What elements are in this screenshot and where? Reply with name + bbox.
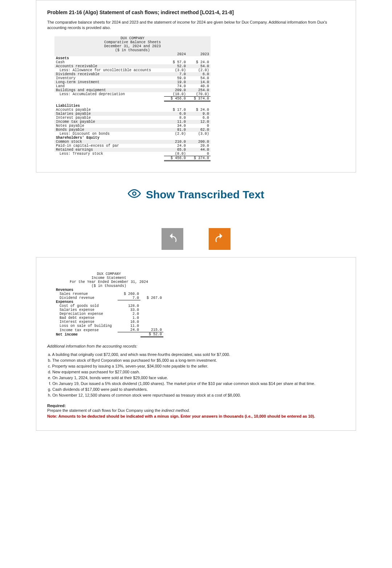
table-row-label: Salaries payable bbox=[54, 112, 164, 116]
is-net-label: Net income bbox=[54, 332, 118, 337]
expense-row-label: Bad debt expense bbox=[54, 316, 118, 320]
table-row-2023: $ 24.0 bbox=[187, 60, 211, 64]
bs-heading3: December 31, 2024 and 2023 bbox=[54, 44, 211, 48]
expense-row-value: 11.0 bbox=[118, 324, 140, 328]
table-row-2023: 6.0 bbox=[187, 116, 211, 120]
redo-icon bbox=[214, 233, 225, 245]
table-row-2023: 12.0 bbox=[187, 120, 211, 124]
table-row-2024: (3.0) bbox=[164, 68, 187, 72]
expense-row-total bbox=[140, 312, 163, 316]
is-div-label: Dividend revenue bbox=[54, 296, 118, 300]
table-row-2023: 40.0 bbox=[187, 84, 211, 88]
table-row-2024: 6.0 bbox=[164, 112, 187, 116]
table-row-label: Less: Accumulated depreciation bbox=[54, 92, 164, 97]
table-row-2024: 65.0 bbox=[164, 148, 187, 152]
expense-row-label: Interest expense bbox=[54, 320, 118, 324]
note-item: e. On January 1, 2024, bonds were sold a… bbox=[48, 375, 345, 381]
expense-row-total bbox=[140, 324, 163, 328]
bs-assets-total-23: $ 374.0 bbox=[187, 96, 211, 101]
problem-title: Problem 21-16 (Algo) Statement of cash f… bbox=[47, 9, 345, 15]
table-row-2023: (70.0) bbox=[187, 92, 211, 97]
bs-total-23: $ 374.0 bbox=[187, 156, 211, 161]
expense-row-value: 128.0 bbox=[118, 304, 140, 308]
note-item: c. Property was acquired by issuing a 13… bbox=[48, 364, 345, 369]
expense-row-total: 215.0 bbox=[140, 328, 163, 332]
table-row-label: Retained earnings bbox=[54, 148, 164, 152]
problem-description: The comparative balance sheets for 2024 … bbox=[47, 20, 345, 31]
expense-row-total bbox=[140, 308, 163, 312]
table-row-label: Interest payable bbox=[54, 116, 164, 120]
undo-icon bbox=[167, 233, 178, 245]
table-row-2023: 14.0 bbox=[187, 80, 211, 84]
expense-row-label: Cost of goods sold bbox=[54, 304, 118, 308]
table-row-2024: $ 57.0 bbox=[164, 60, 187, 64]
required-body: Prepare the statement of cash flows for … bbox=[47, 408, 345, 419]
expense-row-label: Depreciation expense bbox=[54, 312, 118, 316]
undo-button[interactable] bbox=[162, 228, 183, 250]
table-row-2023: (2.0) bbox=[187, 68, 211, 72]
bs-liab-label: Liabilities bbox=[54, 104, 164, 108]
table-row-2024: 7.0 bbox=[164, 72, 187, 76]
expense-row-total bbox=[140, 316, 163, 320]
table-row-2024: 52.0 bbox=[164, 64, 187, 68]
expense-row-total bbox=[140, 320, 163, 324]
table-row-label: Notes payable bbox=[54, 124, 164, 128]
show-transcribed-link[interactable]: Show Transcribed Text bbox=[0, 187, 392, 203]
table-row-label: Less: Discount on bonds bbox=[54, 132, 164, 136]
is-div-val: 7.0 bbox=[118, 296, 140, 300]
table-row-2024: 209.0 bbox=[164, 88, 187, 92]
table-row-2024: 34.0 bbox=[164, 124, 187, 128]
required-line-a: Prepare the statement of cash flows for … bbox=[47, 408, 162, 413]
table-row-2024: (18.0) bbox=[164, 92, 187, 97]
bs-heading4: ($ in thousands) bbox=[54, 48, 211, 52]
is-net-val: $ 52.0 bbox=[140, 332, 163, 337]
table-row-label: Land bbox=[54, 84, 164, 88]
expense-row-value: 33.0 bbox=[118, 308, 140, 312]
table-row-2023: 44.0 bbox=[187, 148, 211, 152]
table-row-2024: (2.0) bbox=[164, 132, 187, 136]
note-item: h. On November 12, 12,500 shares of comm… bbox=[48, 393, 345, 398]
eye-icon bbox=[128, 187, 141, 203]
table-row-2023: 54.0 bbox=[187, 76, 211, 80]
bs-heading1: DUX COMPANY bbox=[54, 36, 211, 40]
balance-sheet-wrap: DUX COMPANY Comparative Balance Sheets D… bbox=[54, 36, 345, 161]
table-row-2023: (3.0) bbox=[187, 132, 211, 136]
is-heading2: Income Statement bbox=[54, 276, 163, 280]
table-row-label: Accounts payable bbox=[54, 108, 164, 112]
table-row-2023: 0 bbox=[187, 124, 211, 128]
note-item: a. A building that originally cost $72,0… bbox=[48, 352, 345, 358]
problem-card-2: DUX COMPANY Income Statement For the Yea… bbox=[36, 257, 356, 431]
required-line-b: indirect method. bbox=[162, 408, 190, 413]
balance-sheet-table: DUX COMPANY Comparative Balance Sheets D… bbox=[54, 36, 211, 161]
table-row-2023: 54.0 bbox=[187, 64, 211, 68]
is-heading4: ($ in thousands) bbox=[54, 284, 163, 288]
table-row-label: Common stock bbox=[54, 140, 164, 144]
is-heading1: DUX COMPANY bbox=[54, 272, 163, 276]
redo-button[interactable] bbox=[209, 228, 230, 250]
table-row-label: Bonds payable bbox=[54, 128, 164, 132]
expense-row-label: Income tax expense bbox=[54, 328, 118, 332]
table-row-2023: 254.0 bbox=[187, 88, 211, 92]
note-item: d. New equipment was purchased for $27,0… bbox=[48, 369, 345, 375]
table-row-2024: 8.0 bbox=[164, 116, 187, 120]
notes-list: a. A building that originally cost $72,0… bbox=[47, 352, 345, 398]
expense-row-label: Salaries expense bbox=[54, 308, 118, 312]
svg-point-0 bbox=[132, 192, 136, 195]
expense-row-value: 24.0 bbox=[118, 328, 140, 332]
table-row-label: Cash bbox=[54, 60, 164, 64]
problem-card-1: Problem 21-16 (Algo) Statement of cash f… bbox=[36, 0, 356, 173]
table-row-2024: 19.0 bbox=[164, 80, 187, 84]
note-item: g. Cash dividends of $17,000 were paid t… bbox=[48, 387, 345, 393]
table-row-2024: 11.0 bbox=[164, 120, 187, 124]
bs-col-2023: 2023 bbox=[187, 52, 211, 56]
table-row-2024: 24.0 bbox=[164, 144, 187, 148]
is-exp-label: Expenses bbox=[54, 300, 118, 304]
table-row-2024: (8.0) bbox=[164, 152, 187, 156]
expense-row-value: 2.0 bbox=[118, 312, 140, 316]
table-row-2023: 6.0 bbox=[187, 72, 211, 76]
table-row-label: Accounts receivable bbox=[54, 64, 164, 68]
bs-assets-total-24: $ 456.0 bbox=[164, 96, 187, 101]
required-heading: Required: bbox=[47, 403, 345, 408]
table-row-label: Inventory bbox=[54, 76, 164, 80]
bs-col-2024: 2024 bbox=[164, 52, 187, 56]
